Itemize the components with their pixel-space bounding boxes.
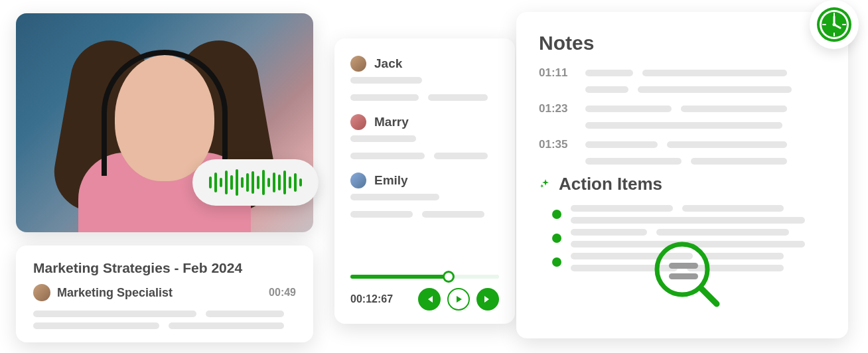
- audio-player: 00:12:67: [350, 275, 499, 311]
- avatar: [350, 114, 366, 130]
- skeleton-line: [585, 122, 826, 129]
- avatar: [350, 173, 366, 188]
- skeleton-line: [350, 194, 439, 200]
- clock-icon: [815, 5, 853, 44]
- skeleton-line: [33, 311, 296, 317]
- previous-track-button[interactable]: [418, 288, 441, 311]
- transcript-card: Jack Marry Emily 00:12:67: [334, 38, 515, 324]
- skeleton-line: [33, 322, 296, 329]
- speaker-name: Marry: [374, 115, 409, 129]
- bullet-icon: [552, 210, 561, 219]
- play-button[interactable]: [447, 288, 470, 311]
- audio-waveform-icon: [192, 159, 319, 206]
- play-icon: [454, 295, 463, 304]
- notes-card: Notes 01:11 01:23 01:35 Action Items: [516, 12, 848, 338]
- avatar: [350, 56, 366, 72]
- note-entry: 01:11: [539, 66, 826, 80]
- meeting-role: Marketing Specialist: [57, 286, 262, 300]
- notes-title: Notes: [539, 32, 826, 54]
- progress-knob[interactable]: [443, 271, 455, 283]
- clock-badge: [810, 0, 859, 49]
- meeting-summary-card: Marketing Strategies - Feb 2024 Marketin…: [16, 246, 313, 342]
- meeting-duration: 00:49: [269, 287, 296, 299]
- bullet-icon: [552, 257, 561, 267]
- note-entry: 01:23: [539, 102, 826, 115]
- magnifier-icon: [649, 239, 722, 312]
- speaker-name: Jack: [374, 56, 402, 71]
- speaker-row: Jack: [350, 56, 499, 72]
- action-item: [552, 253, 826, 271]
- speaker-name: Emily: [374, 173, 408, 188]
- next-track-icon: [483, 295, 492, 304]
- speaker-row: Emily: [350, 173, 499, 188]
- skeleton-line: [585, 158, 826, 165]
- note-timestamp: 01:35: [539, 138, 569, 151]
- note-timestamp: 01:23: [539, 102, 569, 115]
- video-preview-card: [16, 13, 313, 232]
- action-item: [552, 229, 826, 247]
- sparkle-icon: [539, 178, 552, 191]
- elapsed-time: 00:12:67: [350, 293, 393, 305]
- skeleton-line: [350, 135, 416, 142]
- note-entry: 01:35: [539, 138, 826, 151]
- previous-track-icon: [425, 295, 434, 304]
- next-track-button[interactable]: [476, 288, 499, 311]
- action-item: [552, 205, 826, 224]
- skeleton-line: [585, 86, 826, 93]
- meeting-title: Marketing Strategies - Feb 2024: [33, 260, 296, 276]
- avatar: [33, 284, 50, 301]
- svg-rect-3: [669, 273, 698, 279]
- bullet-icon: [552, 234, 561, 243]
- progress-track[interactable]: [350, 275, 499, 279]
- svg-line-1: [701, 288, 717, 304]
- svg-point-13: [833, 23, 836, 27]
- speaker-row: Marry: [350, 114, 499, 130]
- action-items-title: Action Items: [559, 174, 662, 194]
- note-timestamp: 01:11: [539, 66, 569, 80]
- skeleton-line: [350, 77, 422, 84]
